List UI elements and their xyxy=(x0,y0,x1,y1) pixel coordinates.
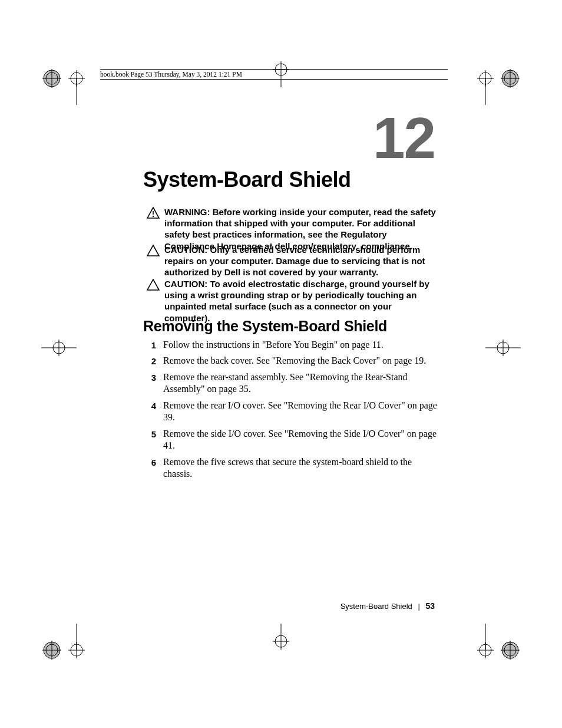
caution-icon xyxy=(147,244,160,259)
crop-mark-top-right xyxy=(456,52,521,105)
list-item: 1 Follow the instructions in "Before You… xyxy=(143,339,438,351)
list-item: 5 Remove the side I/O cover. See "Removi… xyxy=(143,428,438,452)
step-text: Remove the rear I/O cover. See "Removing… xyxy=(163,400,438,424)
caution-icon xyxy=(147,278,160,293)
running-title: System-Board Shield xyxy=(340,602,412,611)
crop-mark-mid-right xyxy=(485,330,521,365)
section-heading: Removing the System-Board Shield xyxy=(143,318,387,335)
admonition-label: CAUTION: xyxy=(164,279,210,289)
step-text: Remove the side I/O cover. See "Removing… xyxy=(163,428,438,452)
warning-icon xyxy=(147,206,160,221)
step-number: 4 xyxy=(143,400,156,411)
list-item: 3 Remove the rear-stand assembly. See "R… xyxy=(143,371,438,396)
header-slugline: book.book Page 53 Thursday, May 3, 2012 … xyxy=(100,69,448,80)
step-list: 1 Follow the instructions in "Before You… xyxy=(143,339,438,485)
footer-separator: | xyxy=(418,602,419,611)
crop-mark-mid-left xyxy=(41,330,77,365)
step-number: 2 xyxy=(143,355,156,367)
admonition-label: WARNING: xyxy=(164,207,213,217)
step-text: Remove the five screws that secure the s… xyxy=(163,456,438,480)
admonition-label: CAUTION: xyxy=(164,245,210,255)
caution-block: CAUTION: To avoid electrostatic discharg… xyxy=(147,278,438,324)
step-text: Remove the back cover. See "Removing the… xyxy=(163,355,438,367)
crop-mark-top-left xyxy=(41,52,106,105)
chapter-title: System-Board Shield xyxy=(143,167,351,192)
page-number: 53 xyxy=(425,601,435,611)
page-footer: System-Board Shield | 53 xyxy=(143,601,435,611)
crop-mark-bottom-left xyxy=(41,624,106,677)
admonition-body: CAUTION: Only a certified service techni… xyxy=(164,244,438,278)
admonition-body: CAUTION: To avoid electrostatic discharg… xyxy=(164,278,438,324)
step-text: Remove the rear-stand assembly. See "Rem… xyxy=(163,371,438,396)
svg-marker-49 xyxy=(147,279,159,290)
svg-marker-48 xyxy=(147,245,159,256)
step-number: 3 xyxy=(143,371,156,383)
step-number: 6 xyxy=(143,456,156,468)
list-item: 2 Remove the back cover. See "Removing t… xyxy=(143,355,438,367)
step-number: 5 xyxy=(143,428,156,440)
crop-mark-bottom-mid xyxy=(263,624,299,659)
list-item: 6 Remove the five screws that secure the… xyxy=(143,456,438,480)
crop-mark-bottom-right xyxy=(456,624,521,677)
list-item: 4 Remove the rear I/O cover. See "Removi… xyxy=(143,400,438,424)
chapter-number: 12 xyxy=(373,105,435,172)
document-page: book.book Page 53 Thursday, May 3, 2012 … xyxy=(0,0,562,728)
svg-point-47 xyxy=(153,216,154,217)
step-text: Follow the instructions in "Before You B… xyxy=(163,339,438,351)
step-number: 1 xyxy=(143,339,156,351)
caution-block: CAUTION: Only a certified service techni… xyxy=(147,244,438,278)
